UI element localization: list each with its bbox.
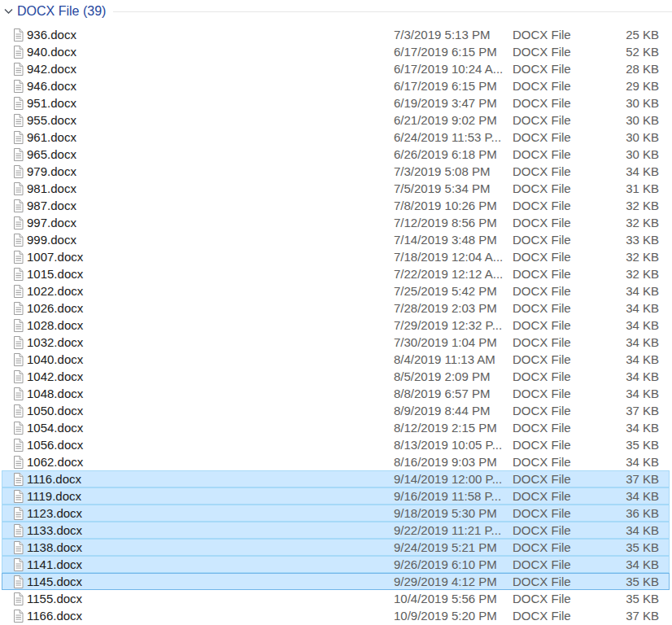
table-row[interactable]: 940.docx 6/17/2019 6:15 PM DOCX File 52 … bbox=[2, 43, 670, 60]
date-modified: 7/30/2019 1:04 PM bbox=[394, 335, 513, 349]
date-modified: 7/8/2019 10:26 PM bbox=[394, 199, 513, 212]
file-name: 1062.docx bbox=[27, 455, 394, 469]
file-size: 35 KB bbox=[602, 575, 659, 588]
document-icon bbox=[13, 541, 27, 554]
table-row[interactable]: 1138.docx 9/24/2019 5:21 PM DOCX File 35… bbox=[2, 539, 670, 556]
table-row[interactable]: 1026.docx 7/28/2019 2:03 PM DOCX File 34… bbox=[2, 299, 670, 317]
date-modified: 8/5/2019 2:09 PM bbox=[394, 369, 513, 383]
document-icon bbox=[13, 370, 27, 383]
document-icon bbox=[13, 63, 27, 76]
file-name: 961.docx bbox=[27, 130, 394, 144]
table-row[interactable]: 1123.docx 9/18/2019 5:30 PM DOCX File 36… bbox=[2, 505, 670, 522]
document-icon bbox=[13, 165, 27, 178]
table-row[interactable]: 997.docx 7/12/2019 8:56 PM DOCX File 32 … bbox=[2, 214, 670, 231]
date-modified: 9/18/2019 5:30 PM bbox=[394, 506, 513, 520]
table-row[interactable]: 1141.docx 9/26/2019 6:10 PM DOCX File 34… bbox=[2, 556, 670, 573]
table-row[interactable]: 1040.docx 8/4/2019 11:13 AM DOCX File 34… bbox=[2, 351, 670, 368]
file-name: 1028.docx bbox=[27, 318, 394, 332]
table-row[interactable]: 1062.docx 8/16/2019 9:03 PM DOCX File 34… bbox=[2, 453, 670, 470]
table-row[interactable]: 1050.docx 8/9/2019 8:44 PM DOCX File 37 … bbox=[2, 402, 670, 419]
table-row[interactable]: 1056.docx 8/13/2019 10:05 P... DOCX File… bbox=[2, 436, 670, 453]
file-type: DOCX File bbox=[513, 335, 602, 349]
table-row[interactable]: 979.docx 7/3/2019 5:08 PM DOCX File 34 K… bbox=[2, 163, 670, 180]
table-row[interactable]: 981.docx 7/5/2019 5:34 PM DOCX File 31 K… bbox=[2, 180, 670, 197]
table-row[interactable]: 965.docx 6/26/2019 6:18 PM DOCX File 30 … bbox=[2, 146, 670, 163]
file-size: 34 KB bbox=[602, 301, 659, 315]
file-type: DOCX File bbox=[513, 45, 602, 59]
file-type: DOCX File bbox=[513, 523, 602, 537]
file-name: 999.docx bbox=[27, 233, 394, 247]
date-modified: 10/4/2019 5:56 PM bbox=[394, 592, 513, 605]
table-row[interactable]: 1042.docx 8/5/2019 2:09 PM DOCX File 34 … bbox=[2, 368, 670, 385]
file-size: 34 KB bbox=[602, 489, 659, 503]
date-modified: 6/19/2019 3:47 PM bbox=[394, 96, 513, 110]
date-modified: 7/18/2019 12:04 A... bbox=[394, 250, 513, 264]
document-icon bbox=[13, 131, 27, 144]
date-modified: 9/22/2019 11:21 P... bbox=[394, 523, 513, 537]
file-name: 987.docx bbox=[27, 199, 394, 212]
file-size: 29 KB bbox=[602, 79, 659, 93]
table-row[interactable]: 1022.docx 7/25/2019 5:42 PM DOCX File 34… bbox=[2, 282, 670, 299]
table-row[interactable]: 942.docx 6/17/2019 10:24 A... DOCX File … bbox=[2, 60, 670, 77]
date-modified: 9/29/2019 4:12 PM bbox=[394, 575, 513, 588]
chevron-down-icon[interactable] bbox=[2, 6, 14, 17]
table-row[interactable]: 1028.docx 7/29/2019 12:32 P... DOCX File… bbox=[2, 317, 670, 334]
table-row[interactable]: 1048.docx 8/8/2019 6:57 PM DOCX File 34 … bbox=[2, 385, 670, 402]
table-row[interactable]: 1166.docx 10/9/2019 5:20 PM DOCX File 37… bbox=[2, 607, 670, 624]
file-name: 1015.docx bbox=[27, 267, 394, 281]
file-size: 34 KB bbox=[602, 421, 659, 435]
file-size: 25 KB bbox=[602, 28, 659, 42]
table-row[interactable]: 946.docx 6/17/2019 6:15 PM DOCX File 29 … bbox=[2, 77, 670, 94]
document-icon bbox=[13, 558, 27, 571]
file-name: 1022.docx bbox=[27, 284, 394, 298]
file-type: DOCX File bbox=[513, 28, 602, 42]
document-icon bbox=[13, 302, 27, 315]
document-icon bbox=[13, 28, 27, 42]
file-size: 30 KB bbox=[602, 96, 659, 110]
table-row[interactable]: 1133.docx 9/22/2019 11:21 P... DOCX File… bbox=[2, 522, 670, 539]
document-icon bbox=[13, 490, 27, 503]
table-row[interactable]: 1145.docx 9/29/2019 4:12 PM DOCX File 35… bbox=[2, 573, 670, 590]
table-row[interactable]: 961.docx 6/24/2019 11:53 P... DOCX File … bbox=[2, 129, 670, 146]
file-type: DOCX File bbox=[513, 506, 602, 520]
table-row[interactable]: 955.docx 6/21/2019 9:02 PM DOCX File 30 … bbox=[2, 111, 670, 129]
table-row[interactable]: 1116.docx 9/14/2019 12:00 P... DOCX File… bbox=[2, 470, 670, 487]
group-header: DOCX File (39) bbox=[0, 0, 672, 23]
file-list: 936.docx 7/3/2019 5:13 PM DOCX File 25 K… bbox=[0, 26, 672, 624]
file-name: 965.docx bbox=[27, 147, 394, 161]
file-size: 35 KB bbox=[602, 438, 659, 452]
file-size: 34 KB bbox=[602, 352, 659, 366]
date-modified: 9/24/2019 5:21 PM bbox=[394, 540, 513, 554]
table-row[interactable]: 999.docx 7/14/2019 3:48 PM DOCX File 33 … bbox=[2, 231, 670, 248]
table-row[interactable]: 936.docx 7/3/2019 5:13 PM DOCX File 25 K… bbox=[2, 26, 670, 43]
file-name: 940.docx bbox=[27, 45, 394, 59]
file-type: DOCX File bbox=[513, 164, 602, 178]
table-row[interactable]: 1119.docx 9/16/2019 11:58 P... DOCX File… bbox=[2, 487, 670, 505]
table-row[interactable]: 987.docx 7/8/2019 10:26 PM DOCX File 32 … bbox=[2, 197, 670, 214]
document-icon bbox=[13, 575, 27, 588]
table-row[interactable]: 1007.docx 7/18/2019 12:04 A... DOCX File… bbox=[2, 248, 670, 265]
file-name: 1155.docx bbox=[27, 592, 394, 605]
file-type: DOCX File bbox=[513, 404, 602, 417]
date-modified: 7/5/2019 5:34 PM bbox=[394, 181, 513, 195]
file-type: DOCX File bbox=[513, 387, 602, 400]
file-type: DOCX File bbox=[513, 250, 602, 264]
document-icon bbox=[13, 182, 27, 195]
table-row[interactable]: 1032.docx 7/30/2019 1:04 PM DOCX File 34… bbox=[2, 334, 670, 351]
date-modified: 7/3/2019 5:13 PM bbox=[394, 28, 513, 42]
file-size: 52 KB bbox=[602, 45, 659, 59]
file-size: 33 KB bbox=[602, 233, 659, 247]
file-type: DOCX File bbox=[513, 352, 602, 366]
document-icon bbox=[13, 80, 27, 93]
group-header-label[interactable]: DOCX File (39) bbox=[17, 4, 106, 19]
file-name: 1048.docx bbox=[27, 387, 394, 400]
table-row[interactable]: 1155.docx 10/4/2019 5:56 PM DOCX File 35… bbox=[2, 590, 670, 607]
file-name: 1141.docx bbox=[27, 557, 394, 571]
table-row[interactable]: 1054.docx 8/12/2019 2:15 PM DOCX File 34… bbox=[2, 419, 670, 436]
file-size: 32 KB bbox=[602, 199, 659, 212]
file-name: 1138.docx bbox=[27, 540, 394, 554]
table-row[interactable]: 951.docx 6/19/2019 3:47 PM DOCX File 30 … bbox=[2, 94, 670, 111]
file-name: 1026.docx bbox=[27, 301, 394, 315]
table-row[interactable]: 1015.docx 7/22/2019 12:12 A... DOCX File… bbox=[2, 265, 670, 282]
file-size: 37 KB bbox=[602, 472, 659, 486]
